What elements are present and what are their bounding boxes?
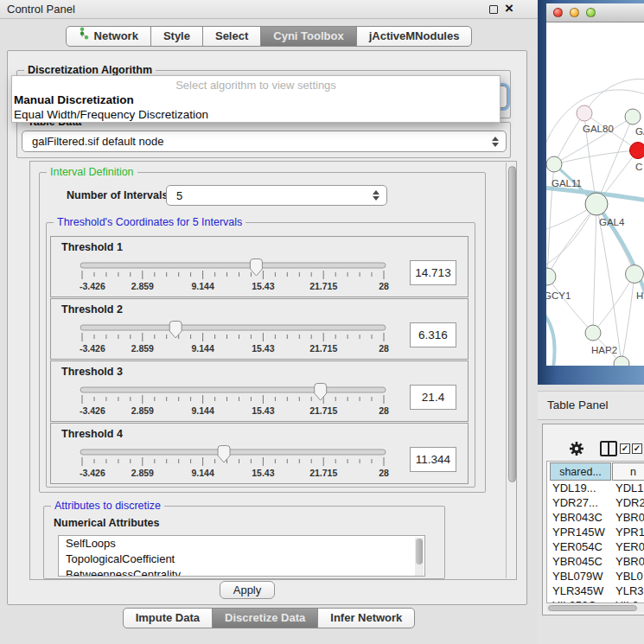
- threshold-label: Threshold 3: [61, 366, 123, 378]
- numerical-attributes-list: SelfLoops TopologicalCoefficient Between…: [58, 535, 425, 577]
- network-window-titlebar[interactable]: [546, 3, 644, 22]
- table-panel-titlebar: Table Panel: [538, 391, 644, 420]
- tab-cyni-toolbox[interactable]: Cyni Toolbox: [260, 26, 356, 47]
- red-light-icon[interactable]: [553, 8, 563, 17]
- float-window-icon[interactable]: [489, 5, 498, 14]
- column-header-shared-name[interactable]: shared...: [550, 462, 611, 481]
- table-row[interactable]: YLR345W YLR3: [547, 584, 644, 599]
- svg-text:9.144: 9.144: [191, 281, 214, 291]
- tab-label: Discretize Data: [225, 609, 305, 628]
- network-node-label: C: [635, 162, 642, 172]
- threshold-value-field[interactable]: 11.344: [410, 447, 456, 472]
- bottom-tab-discretize-data[interactable]: Discretize Data: [212, 608, 318, 628]
- threshold-slider[interactable]: -3.4262.8599.14415.4321.71528: [75, 444, 391, 482]
- number-of-intervals-label: Number of Intervals: [67, 189, 168, 201]
- threshold-slider[interactable]: -3.4262.8599.14415.4321.71528: [75, 382, 391, 420]
- node-table: shared... n YDL19... YDL1 YDR27... YDR2 …: [546, 461, 644, 603]
- threshold-row: Threshold 3 -3.4262.8599.14415.4321.7152…: [50, 360, 469, 422]
- network-node-gal11[interactable]: [546, 156, 562, 172]
- threshold-slider[interactable]: -3.4262.8599.14415.4321.71528: [75, 258, 391, 296]
- yellow-light-icon[interactable]: [570, 8, 579, 17]
- network-node-gal4[interactable]: [585, 193, 608, 215]
- checkbox-icon[interactable]: ✓: [620, 443, 630, 454]
- threshold-row: Threshold 1 -3.4262.8599.14415.4321.7152…: [50, 236, 469, 297]
- attribute-item[interactable]: SelfLoops: [59, 536, 424, 552]
- svg-text:-3.426: -3.426: [80, 468, 105, 478]
- gear-icon[interactable]: [569, 441, 584, 456]
- scrollbar-thumb[interactable]: [548, 605, 637, 611]
- bottom-tab-impute-data[interactable]: Impute Data: [123, 608, 213, 628]
- tab-jactivemnodules[interactable]: jActiveMNodules: [356, 26, 473, 47]
- threshold-slider[interactable]: -3.4262.8599.14415.4321.71528: [75, 320, 391, 358]
- tab-label: Network: [94, 27, 138, 46]
- cell-name: YLR3: [615, 584, 644, 597]
- apply-button[interactable]: Apply: [220, 581, 275, 599]
- table-row[interactable]: YDL19... YDL1: [547, 481, 644, 496]
- cell-name: YDR2: [615, 496, 644, 509]
- threshold-value-field[interactable]: 14.713: [410, 260, 456, 285]
- tab-label: Style: [163, 27, 190, 46]
- threshold-value-field[interactable]: 6.316: [410, 322, 456, 348]
- network-node-gal80[interactable]: [577, 105, 592, 121]
- network-node-c[interactable]: [630, 143, 644, 159]
- panel-title: Control Panel: [7, 0, 75, 18]
- network-node-gcy1[interactable]: [546, 268, 556, 285]
- network-node-label: HAP2: [591, 345, 617, 355]
- attribute-item[interactable]: BetweennessCentrality: [59, 567, 424, 577]
- cell-shared-name: YER054C: [552, 540, 603, 553]
- network-node-ga[interactable]: [625, 109, 641, 124]
- threshold-value-field[interactable]: 21.4: [410, 385, 456, 410]
- network-node-h[interactable]: [626, 265, 644, 284]
- green-light-icon[interactable]: [586, 8, 596, 17]
- network-node-label: GAL4: [599, 217, 625, 227]
- panel-scrollbar[interactable]: [506, 163, 516, 578]
- svg-text:-3.426: -3.426: [80, 281, 105, 291]
- svg-text:15.43: 15.43: [252, 405, 274, 416]
- network-node-hap2[interactable]: [585, 325, 601, 341]
- table-row[interactable]: YIL052C YIL0: [547, 599, 644, 603]
- algorithm-option-manual[interactable]: Manual Discretization: [12, 92, 500, 107]
- cell-shared-name: YBR043C: [552, 511, 603, 524]
- tab-style[interactable]: Style: [150, 26, 203, 47]
- discretize-settings-panel: Interval Definition Number of Intervals …: [29, 161, 517, 580]
- table-row[interactable]: YER054C YER0: [547, 540, 644, 555]
- table-row[interactable]: YBR045C YBR0: [547, 555, 644, 570]
- attribute-items: SelfLoops TopologicalCoefficient Between…: [59, 536, 424, 577]
- threshold-label: Threshold 4: [61, 428, 123, 440]
- scrollbar-thumb[interactable]: [508, 166, 516, 482]
- bottom-tab-infer-network[interactable]: Infer Network: [317, 608, 415, 628]
- stepper-icon: [492, 137, 499, 147]
- threshold-label: Threshold 2: [61, 303, 123, 316]
- close-icon[interactable]: ×: [505, 0, 513, 17]
- svg-text:-3.426: -3.426: [80, 343, 105, 354]
- network-canvas[interactable]: GAL80GACGAL11GAL4GCY1HHAP2: [546, 22, 644, 366]
- attributes-scrollbar[interactable]: [415, 538, 424, 576]
- svg-text:2.859: 2.859: [131, 281, 154, 291]
- attribute-item[interactable]: TopologicalCoefficient: [59, 552, 424, 567]
- checkbox-icon[interactable]: ✓: [632, 443, 642, 454]
- table-row[interactable]: YDR27... YDR2: [547, 496, 644, 511]
- tab-select[interactable]: Select: [202, 26, 261, 47]
- table-panel-title: Table Panel: [547, 399, 609, 411]
- scrollbar-thumb[interactable]: [416, 539, 423, 564]
- network-node-label: GAL11: [552, 178, 582, 188]
- number-of-intervals-combobox[interactable]: 5: [166, 185, 387, 206]
- cyni-toolbox-panel: Discretization Algorithm Select algorith…: [7, 50, 527, 605]
- table-row[interactable]: YPR145W YPR1: [547, 526, 644, 540]
- stepper-icon: [373, 190, 379, 201]
- tab-label: Infer Network: [330, 609, 402, 628]
- table-row[interactable]: YBR043C YBR0: [547, 511, 644, 526]
- columns-icon[interactable]: [600, 441, 617, 456]
- svg-text:2.859: 2.859: [131, 343, 154, 354]
- cell-name: YIL0: [615, 599, 639, 603]
- table-horizontal-scrollbar[interactable]: [546, 604, 644, 612]
- tab-label: Cyni Toolbox: [273, 27, 343, 46]
- svg-text:21.715: 21.715: [309, 343, 337, 354]
- table-row[interactable]: YBL079W YBL0: [547, 570, 644, 584]
- tab-label: Impute Data: [136, 609, 200, 628]
- svg-text:-3.426: -3.426: [80, 405, 105, 416]
- table-data-combobox[interactable]: galFiltered.sif default node: [22, 131, 507, 152]
- algorithm-option-equal-width[interactable]: Equal Width/Frequency Discretization: [12, 107, 500, 122]
- column-header-name[interactable]: n: [612, 462, 644, 481]
- tab-network[interactable]: Network: [66, 26, 151, 47]
